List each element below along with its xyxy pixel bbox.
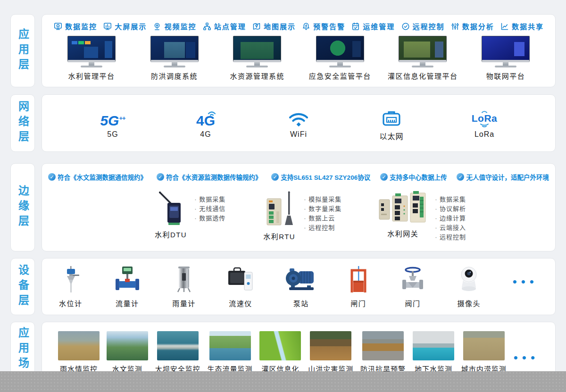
ethernet-icon [382,107,401,128]
layer-label-network: 网络层 [17,100,28,146]
sidebar-layer-device: 设备层 [10,258,35,315]
scenario-photo [463,331,505,360]
scenario-photo [157,331,199,360]
function-label: 视频监控 [164,21,196,31]
platform-screenshot [482,36,530,62]
scenario-item: 山洪灾害监测 [308,331,353,374]
platform-item: 水利管理平台 [54,36,129,81]
function-row: 数据监控 大屏展示 视频监控 站点管理 地图展示 预警告警 [42,15,555,31]
function-item-ops-manage: 运维管理 [351,21,395,31]
alert-warning-icon [301,22,311,31]
certification-item: 无人值守设计，适配户外环境 [457,172,549,182]
sidebar-layer-edge: 边缘层 [10,163,35,251]
platform-monitor [150,36,199,67]
network-label: 4G [200,130,211,139]
check-icon [157,173,164,181]
function-label: 数据分析 [462,21,494,31]
platform-label: 灌区信息化管理平台 [388,71,458,81]
device-item-sluice-gate: 闸门 [349,266,368,308]
edge-device-name: 水利DTU [155,229,187,239]
remote-control-icon [401,22,410,31]
scenario-photo [209,331,251,360]
velocity-meter-icon [227,266,254,295]
device-label: 雨量计 [172,298,196,308]
edge-device-name: 水利网关 [387,228,418,238]
network-label: LoRa [474,130,494,139]
platform-screenshot [150,36,199,62]
function-item-data-monitor: 数据监控 [53,21,97,31]
scenario-photo [362,331,404,360]
function-label: 数据监控 [65,21,97,31]
scenario-item: 水文监测 [107,331,148,374]
layer-label-device: 设备层 [17,264,28,309]
more-devices-dots: ••• [513,275,538,300]
device-item-camera: 摄像头 [457,266,481,308]
network-label: 以太网 [379,130,403,142]
page: 应用层 网络层 边缘层 设备层 应用场景 数据监控 大屏展示 视频监控 [0,0,566,392]
scenario-photo [107,331,148,360]
layer-label-edge: 边缘层 [17,185,28,230]
device-item-valve: 阀门 [400,266,425,308]
platform-monitor [67,36,116,67]
check-icon [48,173,56,181]
function-item-remote-control: 远程控制 [401,21,445,31]
edge-device-features: 数据采集 无线通信 数据透传 [194,195,225,242]
dtu-device-image [156,191,185,228]
function-label: 远程控制 [413,21,445,31]
network-item-5g: 5G++ 5G [90,107,135,142]
check-icon [380,173,388,181]
network-row: 5G++ 5G 4G 4G WiFi 以太网 LoRa [42,95,555,142]
certification-item: 符合《水文监测数据通信规约》 [48,172,147,182]
camera-icon [457,266,481,295]
bottom-gray-bar [0,371,566,392]
data-monitor-icon [53,22,63,31]
data-share-icon [500,22,509,31]
function-label: 运维管理 [363,21,395,31]
device-item-water-level: 水位计 [59,266,83,308]
platform-label: 水资源管理系统 [230,71,284,81]
function-label: 预警告警 [313,21,345,31]
rtu-device-image [262,191,296,230]
edge-device-gateway: 水利网关 数据采集 协议解析 边缘计算 云端接入 远程控制 [378,191,466,242]
platform-monitor [233,36,281,67]
site-manage-icon [202,22,212,31]
function-label: 大屏展示 [115,21,147,31]
edge-device-row: 水利DTU 数据采集 无线通信 数据透传 水利RTU 模拟量采集 数字量采集 数… [42,191,555,242]
scenario-item: 大坝安全监控 [155,331,200,374]
edge-layer-card: 符合《水文监测数据通信规约》 符合《水资源监测数据传输规约》 支持SL651 S… [42,163,556,251]
big-screen-icon [103,22,112,31]
platform-screenshot [399,36,447,62]
device-label: 阀门 [405,298,420,308]
edge-device-dtu: 水利DTU 数据采集 无线通信 数据透传 [155,191,225,242]
function-item-map-display: 地图展示 [252,21,296,31]
platform-monitor [316,36,364,67]
platform-label: 物联网平台 [486,71,525,81]
certification-row: 符合《水文监测数据通信规约》 符合《水资源监测数据传输规约》 支持SL651 S… [42,164,555,182]
sidebar-layer-network: 网络层 [10,94,35,152]
gateway-device-image [378,191,427,227]
layer-label-application: 应用层 [17,28,28,74]
platform-item: 物联网平台 [468,36,543,81]
application-layer-card: 数据监控 大屏展示 视频监控 站点管理 地图展示 预警告警 [42,14,556,87]
platform-monitor [482,36,530,67]
4g-icon: 4G [196,107,215,128]
edge-device-features: 模拟量采集 数字量采集 数据上云 远程控制 [304,195,341,242]
platform-screenshot [316,36,364,62]
platform-item: 水资源管理系统 [220,36,294,81]
sluice-gate-icon [349,266,368,295]
check-icon [271,173,279,181]
scenario-item: 地下水监测 [413,331,454,374]
scenario-photo [259,331,301,360]
device-item-velocity-meter: 流速仪 [227,266,254,308]
certification-item: 符合《水资源监测数据传输规约》 [157,172,262,182]
platform-item: 灌区信息化管理平台 [385,36,460,81]
device-label: 水位计 [59,298,83,308]
platform-label: 水利管理平台 [68,71,115,81]
check-icon [457,173,464,181]
5g-icon: 5G++ [100,107,125,128]
video-monitor-icon [152,22,162,31]
platform-screenshot [233,36,281,62]
device-item-pump-station: 泵站 [285,267,316,308]
function-item-video-monitor: 视频监控 [152,21,196,31]
function-item-site-manage: 站点管理 [202,21,246,31]
